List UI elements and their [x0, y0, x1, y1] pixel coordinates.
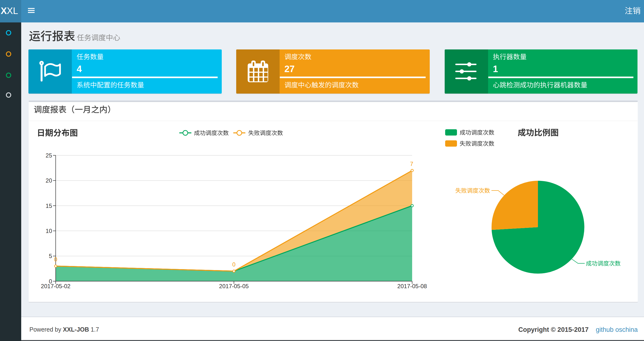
svg-text:github: github — [596, 326, 614, 333]
svg-text:4: 4 — [77, 64, 82, 74]
svg-text:Powered by XXL-JOB 1.7: Powered by XXL-JOB 1.7 — [30, 326, 99, 333]
svg-text:5: 5 — [49, 253, 52, 259]
svg-text:XXL: XXL — [1, 6, 18, 16]
svg-text:0: 0 — [232, 261, 236, 268]
svg-text:20: 20 — [46, 177, 52, 184]
svg-text:15: 15 — [46, 203, 52, 209]
svg-text:0: 0 — [54, 256, 57, 263]
svg-text:27: 27 — [284, 64, 294, 74]
svg-text:25: 25 — [46, 152, 52, 159]
svg-text:2017-05-08: 2017-05-08 — [398, 283, 427, 289]
svg-text:1: 1 — [493, 64, 498, 74]
svg-text:10: 10 — [46, 228, 52, 234]
svg-text:7: 7 — [410, 161, 413, 167]
svg-text:Copyright © 2015-2017: Copyright © 2015-2017 — [518, 326, 588, 333]
svg-text:oschina: oschina — [615, 326, 638, 333]
svg-text:2017-05-02: 2017-05-02 — [41, 283, 70, 289]
svg-text:2017-05-05: 2017-05-05 — [219, 283, 249, 289]
